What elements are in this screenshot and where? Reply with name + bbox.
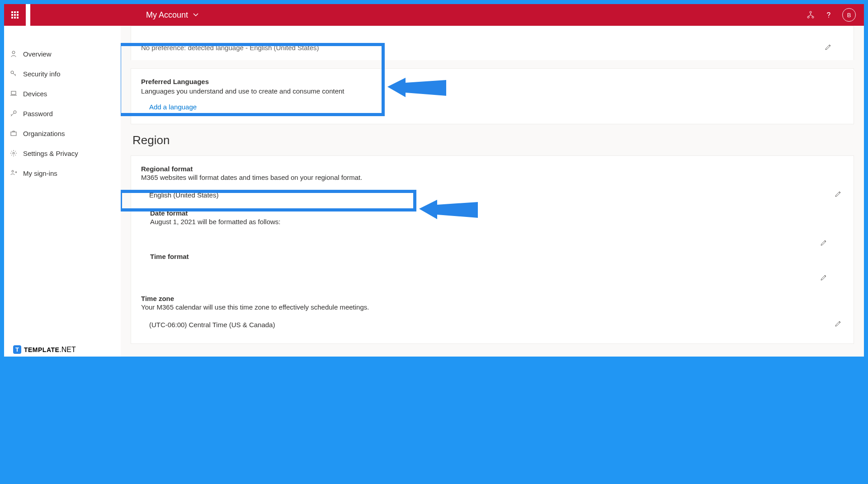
account-dropdown[interactable]: My Account	[146, 10, 199, 20]
date-format-block: Date format August 1, 2021 will be forma…	[141, 209, 844, 248]
pencil-icon	[825, 43, 832, 51]
timezone-value-row: (UTC-06:00) Central Time (US & Canada)	[141, 311, 844, 334]
sidebar-item-password[interactable]: Password	[4, 103, 121, 123]
watermark-text: TEMPLATE.NET	[24, 346, 76, 354]
org-icon[interactable]	[806, 10, 815, 19]
pencil-icon	[835, 190, 842, 197]
region-card: Regional format M365 websites will forma…	[131, 155, 854, 344]
edit-time-button[interactable]	[818, 273, 829, 284]
regional-format-value-row: English (United States)	[141, 181, 844, 205]
language-detected-card: No preference: detected language - Engli…	[131, 26, 854, 60]
sidebar-item-signins[interactable]: My sign-ins	[4, 163, 121, 183]
user-avatar[interactable]: B	[842, 8, 856, 22]
svg-point-9	[12, 170, 14, 172]
date-format-title: Date format	[150, 209, 844, 217]
signin-icon	[9, 169, 18, 177]
detected-language-row: No preference: detected language - Engli…	[141, 35, 844, 60]
timezone-desc: Your M365 calendar will use this time zo…	[141, 303, 844, 311]
detected-language-text: No preference: detected language - Engli…	[141, 44, 823, 52]
svg-rect-5	[11, 91, 16, 94]
sidebar-label: Organizations	[23, 130, 65, 137]
edit-date-button[interactable]	[818, 238, 829, 249]
gear-icon	[9, 149, 18, 157]
time-format-edit-row	[150, 274, 844, 283]
pref-lang-desc: Languages you understand and use to crea…	[141, 87, 844, 95]
sidebar-label: My sign-ins	[23, 169, 57, 177]
date-format-desc: August 1, 2021 will be formatted as foll…	[150, 218, 844, 226]
sidebar-label: Password	[23, 110, 53, 117]
regional-format-title: Regional format	[141, 165, 844, 173]
timezone-block: Time zone Your M365 calendar will use th…	[141, 295, 844, 334]
sidebar-item-settings[interactable]: Settings & Privacy	[4, 143, 121, 163]
pencil-icon	[820, 274, 827, 281]
chevron-down-icon	[193, 12, 199, 18]
page-title: My Account	[146, 10, 188, 20]
sidebar-label: Devices	[23, 90, 47, 98]
svg-point-2	[812, 16, 814, 18]
sidebar-item-overview[interactable]: Overview	[4, 44, 121, 64]
timezone-title: Time zone	[141, 295, 844, 302]
regional-format-block: Regional format M365 websites will forma…	[141, 165, 844, 283]
preferred-languages-card: Preferred Languages Languages you unders…	[131, 68, 854, 124]
time-format-block: Time format	[141, 253, 844, 283]
svg-point-0	[810, 11, 811, 13]
waffle-icon	[11, 11, 19, 19]
sidebar-item-devices[interactable]: Devices	[4, 84, 121, 103]
briefcase-icon	[9, 129, 18, 137]
sidebar-label: Security info	[23, 70, 61, 78]
regional-format-desc: M365 websites will format dates and time…	[141, 174, 844, 181]
sidebar-item-security[interactable]: Security info	[4, 64, 121, 84]
laptop-icon	[9, 89, 18, 98]
sidebar-item-organizations[interactable]: Organizations	[4, 123, 121, 143]
content-area: No preference: detected language - Engli…	[121, 26, 864, 357]
time-format-title: Time format	[150, 253, 844, 260]
pref-lang-title: Preferred Languages	[141, 78, 844, 85]
pencil-icon	[835, 320, 842, 327]
pencil-icon	[820, 239, 827, 246]
person-icon	[9, 50, 18, 58]
watermark: T TEMPLATE.NET	[13, 345, 76, 354]
top-bar: My Account B	[4, 4, 864, 26]
edit-detected-button[interactable]	[823, 42, 834, 54]
edit-regional-button[interactable]	[833, 188, 844, 201]
app-window: My Account B Overview Security info	[4, 4, 864, 357]
svg-point-8	[13, 152, 14, 154]
edit-timezone-button[interactable]	[833, 318, 844, 331]
svg-rect-7	[11, 132, 16, 136]
watermark-badge: T	[13, 345, 21, 354]
app-launcher-button[interactable]	[4, 4, 26, 26]
add-language-link[interactable]: Add a language	[149, 103, 197, 111]
spacer	[26, 4, 30, 26]
region-header: Region	[132, 133, 854, 147]
keylock-icon	[9, 109, 18, 117]
timezone-value: (UTC-06:00) Central Time (US & Canada)	[149, 321, 833, 329]
svg-point-1	[807, 16, 809, 18]
sidebar-label: Overview	[23, 50, 52, 58]
sidebar: Overview Security info Devices Password …	[4, 26, 121, 357]
regional-format-value: English (United States)	[149, 191, 833, 199]
sidebar-label: Settings & Privacy	[23, 150, 78, 157]
topbar-actions: B	[806, 8, 864, 22]
key-icon	[9, 70, 18, 78]
date-format-edit-row	[150, 239, 844, 248]
svg-point-3	[12, 51, 15, 54]
help-icon[interactable]	[824, 10, 833, 19]
main-layout: Overview Security info Devices Password …	[4, 26, 864, 357]
